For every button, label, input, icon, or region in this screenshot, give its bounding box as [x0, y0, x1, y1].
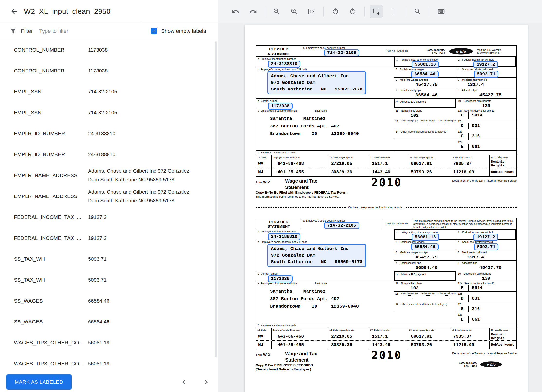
state-table-header: 15 State Employer's state ID number 16 S…	[256, 328, 516, 332]
entity-label: SS_WAGES	[14, 319, 88, 325]
third-party-sick-pay-checkbox[interactable]	[445, 295, 448, 299]
w2-box-12c: 12c G316	[456, 302, 516, 312]
document-title: W2_XL_input_clean_2950	[24, 7, 110, 16]
show-empty-labels-label: Show empty labels	[161, 28, 206, 34]
boxes-1-2: 1 Wages, tips, other compensation 56081.…	[394, 229, 516, 240]
label-panel: W2_XL_input_clean_2950 Filter Show empty…	[0, 0, 218, 392]
w2-box-2-federal-tax: 2 Federal income tax withheld 19127.2	[456, 230, 515, 239]
entity-row[interactable]: CONTROL_NUMBER 1173038	[0, 39, 217, 60]
w2-box-8-allocated-tips: 8 Allocated tips 45427.75	[456, 261, 516, 271]
entity-row[interactable]: EMPLR_ID_NUMBER 24-3188810	[0, 123, 217, 144]
document-viewer: REISSUED STATEMENT a Employee's social s…	[218, 0, 542, 392]
tax-year: 2010	[371, 349, 402, 361]
entity-row[interactable]: WAGES_TIPS_OTHER_CO... 56081.18	[0, 332, 217, 353]
redo-button[interactable]	[246, 5, 260, 18]
entity-row[interactable]: SS_WAGES 66584.46	[0, 290, 217, 311]
code-view-icon	[308, 8, 316, 16]
retirement-plan-checkbox[interactable]	[426, 123, 430, 126]
w2-top-right: Safe, Accurate, FAST! Use e-file Visit t…	[411, 218, 516, 229]
svg-text:e-file: e-file	[487, 362, 496, 366]
omb-number: OMB No. 1545-0008	[382, 46, 411, 56]
entity-row[interactable]: EMPLR_NAME_ADDRESS Adams, Chase and Gilb…	[0, 165, 217, 186]
document-page[interactable]: REISSUED STATEMENT a Employee's social s…	[245, 25, 528, 392]
toolbar-divider	[323, 7, 324, 16]
filter-bar: Filter Show empty labels	[0, 23, 218, 39]
reissued-statement: REISSUED STATEMENT	[256, 46, 301, 56]
filter-label: Filter	[21, 28, 33, 34]
ss-wages-annotation[interactable]: 66584.46	[411, 71, 438, 78]
show-empty-labels-checkbox[interactable]	[151, 28, 157, 34]
w2-box-1-wages: 1 Wages, tips, other compensation 56081.…	[395, 230, 456, 239]
undo-icon	[232, 8, 240, 16]
ss-wages-annotation[interactable]: 66584.46	[411, 243, 438, 250]
keyboard-shortcuts-button[interactable]	[434, 5, 448, 18]
employee-name-address: Samantha Martinez 387 Burton Fords Apt. …	[270, 115, 394, 138]
checkmark-icon	[152, 29, 156, 34]
entity-value: 1173038	[88, 66, 196, 75]
select-text-button[interactable]	[387, 5, 400, 18]
w2-box-1-wages: 1 Wages, tips, other compensation 56081.…	[395, 57, 456, 66]
entity-label: FEDERAL_INCOME_TAX_...	[14, 214, 88, 220]
statutory-employee-checkbox[interactable]	[408, 295, 411, 299]
scrollbar-thumb[interactable]	[215, 41, 217, 357]
back-button[interactable]	[8, 6, 20, 17]
ssn-annotation[interactable]: 714-32-2105	[324, 49, 359, 56]
retirement-plan-checkbox[interactable]	[426, 295, 430, 299]
zoom-in-button[interactable]	[288, 5, 301, 18]
arrow-left-icon	[10, 8, 18, 15]
entity-row[interactable]: FEDERAL_INCOME_TAX_... 19127.2	[0, 207, 217, 228]
add-bounding-box-button[interactable]	[370, 5, 383, 18]
entity-row[interactable]: EMPLR_NAME_ADDRESS Adams, Chase and Gilb…	[0, 186, 217, 207]
ssn-annotation[interactable]: 714-32-2105	[324, 222, 359, 229]
code-view-button[interactable]	[305, 5, 318, 18]
mark-as-labeled-button[interactable]: MARK AS LABELED	[6, 374, 72, 390]
next-page-button[interactable]	[200, 376, 212, 388]
rotate-right-icon	[349, 8, 357, 16]
entity-row[interactable]: SS_TAX_WH 5093.71	[0, 269, 217, 290]
document-canvas[interactable]: REISSUED STATEMENT a Employee's social s…	[218, 23, 542, 392]
treasury-label: Department of the Treasury--Internal Rev…	[452, 352, 517, 355]
rotate-right-button[interactable]	[346, 5, 359, 18]
entity-label: SS_TAX_WH	[14, 256, 88, 262]
state-row: WV 643-86-468 27219.05 1517.1 69617.91 7…	[256, 332, 516, 340]
w2-box-c-employer: c Employer's name, address, and ZIP code…	[256, 240, 394, 271]
entity-row[interactable]: EMPL_SSN 714-32-2105	[0, 81, 217, 102]
undo-button[interactable]	[229, 5, 242, 18]
rotate-left-button[interactable]	[329, 5, 342, 18]
treasury-label: Department of the Treasury--Internal Rev…	[452, 179, 517, 182]
entity-value: 24-3188810	[88, 150, 196, 159]
ein-annotation[interactable]: 24-3188810	[268, 233, 300, 240]
entity-label: EMPLR_ID_NUMBER	[14, 131, 88, 136]
entity-row[interactable]: CONTROL_NUMBER 1173038	[0, 60, 217, 81]
entity-row[interactable]: SS_TAX_WH 5093.71	[0, 249, 217, 269]
copy-c-efile-promo: Safe, accurate,FAST! Use e-file	[459, 361, 502, 368]
copy-c-notice: This information is being furnished to t…	[411, 218, 516, 229]
zoom-out-button[interactable]	[270, 5, 283, 18]
w2-box-11-nonqualified: 11 Nonqualified plans 102	[394, 108, 456, 119]
statutory-employee-checkbox[interactable]	[408, 123, 411, 126]
ss-tax-annotation[interactable]: 5093.71	[474, 243, 499, 250]
employer-annotation[interactable]: Adams, Chase and Gilbert Inc 972 Gonzale…	[267, 244, 366, 267]
w2-box-12b: 12b D831	[456, 292, 516, 302]
entity-label: FEDERAL_INCOME_TAX_...	[14, 235, 88, 241]
w2-box-9-advance-eic: 9 Advance EIC payment	[394, 271, 456, 281]
entity-row[interactable]: WAGES_TIPS_OTHER_CO... 56081.18	[0, 353, 217, 374]
w2-box-a-ssn: a Employee's social security number 714-…	[301, 218, 382, 229]
zoom-in-icon	[290, 8, 298, 16]
ss-tax-annotation[interactable]: 5093.71	[474, 71, 499, 78]
entity-row[interactable]: EMPLR_ID_NUMBER 24-3188810	[0, 144, 217, 165]
boxes-1-2: 1 Wages, tips, other compensation 56081.…	[394, 57, 516, 67]
entity-row[interactable]: SS_WAGES 66584.46	[0, 311, 217, 332]
entity-row[interactable]: FEDERAL_INCOME_TAX_... 19127.2	[0, 228, 217, 249]
third-party-sick-pay-checkbox[interactable]	[445, 123, 448, 126]
w2-table: REISSUED STATEMENT a Employee's social s…	[256, 45, 517, 177]
entity-row[interactable]: EMPL_SSN 714-32-2105	[0, 102, 217, 123]
ein-annotation[interactable]: 24-3188810	[268, 61, 300, 68]
entity-value: 19127.2	[88, 234, 196, 242]
previous-page-button[interactable]	[178, 376, 190, 388]
employer-annotation[interactable]: Adams, Chase and Gilbert Inc 972 Gonzale…	[267, 71, 366, 94]
search-button[interactable]	[411, 5, 424, 18]
entity-label: CONTROL_NUMBER	[14, 68, 88, 74]
filter-input[interactable]	[39, 28, 112, 34]
entity-value: 714-32-2105	[88, 108, 196, 117]
